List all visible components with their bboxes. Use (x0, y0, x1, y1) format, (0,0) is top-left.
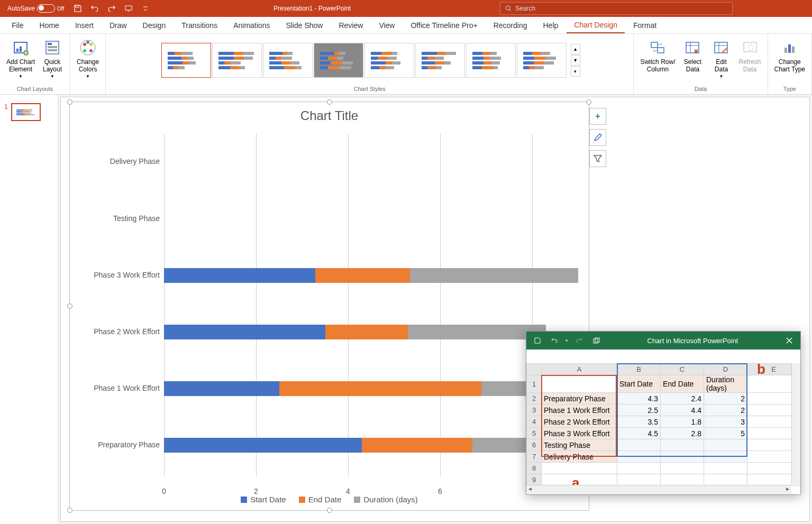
chart-style-6[interactable] (415, 43, 465, 78)
redo-icon[interactable] (105, 2, 118, 15)
chart-filters-button[interactable] (589, 150, 606, 167)
selection-handle[interactable] (327, 99, 332, 105)
excel-cell[interactable]: Phase 2 Work Effort (542, 416, 617, 428)
chart-style-1[interactable] (161, 43, 211, 78)
excel-cell[interactable]: 2.4 (661, 393, 704, 405)
tab-home[interactable]: Home (32, 17, 67, 33)
excel-cell[interactable] (661, 439, 704, 451)
excel-cell[interactable]: 2 (704, 405, 747, 416)
excel-data-window[interactable]: ▾ Chart in Microsoft PowerPoint ABCDE1St… (526, 331, 801, 495)
excel-undo-icon[interactable] (549, 335, 560, 346)
chart-style-2[interactable] (212, 43, 262, 78)
excel-hscroll[interactable]: ◄ ► (526, 485, 791, 494)
excel-redo-icon[interactable] (573, 335, 585, 346)
excel-cell[interactable] (704, 474, 747, 486)
tab-chart-design[interactable]: Chart Design (567, 17, 625, 33)
excel-vscroll[interactable] (791, 363, 800, 485)
chart-elements-button[interactable]: + (589, 108, 606, 125)
svg-rect-18 (658, 48, 664, 53)
plus-icon: + (595, 112, 600, 121)
chart-style-4[interactable] (314, 43, 363, 78)
save-icon[interactable] (71, 2, 84, 15)
svg-rect-1 (125, 6, 132, 10)
change-chart-type-button[interactable]: Change Chart Type (772, 36, 807, 75)
refresh-data-button[interactable]: Refresh Data (736, 36, 763, 75)
tab-recording[interactable]: Recording (486, 17, 535, 33)
excel-cell[interactable]: 4.5 (617, 428, 661, 439)
select-data-button[interactable]: Select Data (679, 36, 706, 75)
excel-cell[interactable] (704, 463, 747, 474)
excel-cell[interactable] (661, 474, 704, 486)
quick-layout-button[interactable]: Quick Layout ▼ (39, 36, 66, 81)
svg-rect-5 (20, 47, 22, 52)
excel-cell[interactable] (617, 463, 661, 474)
excel-cell[interactable] (542, 463, 617, 474)
styles-up-button[interactable]: ▲ (571, 44, 580, 54)
chart-style-5[interactable] (364, 43, 414, 78)
add-chart-element-button[interactable]: Add Chart Element ▼ (4, 36, 37, 81)
undo-icon[interactable] (88, 2, 101, 15)
excel-cell[interactable]: Phase 3 Work Effort (542, 428, 617, 439)
change-chart-type-icon (780, 38, 799, 57)
excel-cell[interactable]: Preparatory Phase (542, 393, 617, 405)
search-box[interactable]: Search (500, 2, 733, 15)
slide-canvas[interactable]: Chart Title Delivery PhaseTesting PhaseP… (60, 97, 810, 522)
excel-cell[interactable] (704, 451, 747, 463)
chart-bar (164, 381, 578, 396)
switch-row-column-button[interactable]: Switch Row/ Column (638, 36, 677, 75)
excel-cell[interactable]: Testing Phase (542, 439, 617, 451)
excel-cell[interactable]: 4.4 (661, 405, 704, 416)
excel-cell[interactable]: 1.8 (661, 416, 704, 428)
edit-data-button[interactable]: Edit Data ▼ (708, 36, 734, 81)
tab-file[interactable]: File (4, 17, 31, 33)
selection-handle[interactable] (586, 99, 591, 105)
excel-cell[interactable]: 3.5 (617, 416, 661, 428)
excel-cell[interactable] (661, 463, 704, 474)
chart-style-3[interactable] (263, 43, 313, 78)
tab-design[interactable]: Design (135, 17, 174, 33)
selection-handle[interactable] (67, 304, 72, 309)
excel-close-button[interactable] (783, 335, 795, 346)
tab-help[interactable]: Help (535, 17, 565, 33)
tab-draw[interactable]: Draw (102, 17, 134, 33)
excel-cell[interactable]: 4.3 (617, 393, 661, 405)
tab-animations[interactable]: Animations (226, 17, 277, 33)
excel-cell[interactable]: 2 (704, 393, 747, 405)
slideshow-icon[interactable] (122, 2, 135, 15)
excel-cell[interactable]: 2.8 (661, 428, 704, 439)
chart-object[interactable]: Chart Title Delivery PhaseTesting PhaseP… (69, 102, 589, 511)
change-colors-button[interactable]: Change Colors ▼ (75, 36, 101, 81)
tab-review[interactable]: Review (331, 17, 370, 33)
tab-view[interactable]: View (371, 17, 402, 33)
chart-style-8[interactable] (517, 43, 567, 78)
autosave-toggle[interactable]: AutoSave Off (4, 3, 67, 14)
tab-format[interactable]: Format (626, 17, 664, 33)
tab-slide-show[interactable]: Slide Show (278, 17, 330, 33)
excel-cell[interactable]: Delivery Phase (542, 451, 617, 463)
excel-cell[interactable] (661, 451, 704, 463)
chart-title[interactable]: Chart Title (70, 102, 589, 130)
chart-styles-button[interactable] (589, 129, 606, 146)
qat-more-icon[interactable] (139, 2, 152, 15)
styles-more-button[interactable]: ▾ (571, 66, 580, 77)
excel-cell[interactable]: 5 (704, 428, 747, 439)
excel-cell[interactable] (704, 439, 747, 451)
slide-thumbnail-1[interactable] (11, 103, 41, 121)
excel-cell[interactable] (617, 451, 661, 463)
tab-insert[interactable]: Insert (68, 17, 101, 33)
selection-handle[interactable] (327, 508, 332, 513)
excel-cell[interactable]: Phase 1 Work Effort (542, 405, 617, 416)
excel-grid[interactable]: ABCDE1Start DateEnd DateDuration (days)2… (526, 363, 800, 494)
excel-save-icon[interactable] (532, 335, 543, 346)
chart-style-7[interactable] (466, 43, 516, 78)
excel-cell[interactable] (617, 439, 661, 451)
excel-cell[interactable]: 2.5 (617, 405, 661, 416)
styles-down-button[interactable]: ▼ (571, 55, 580, 66)
excel-cell[interactable]: 3 (704, 416, 747, 428)
selection-handle[interactable] (67, 508, 72, 513)
excel-popout-icon[interactable] (590, 335, 602, 346)
tab-office-timeline-pro-[interactable]: Office Timeline Pro+ (403, 17, 485, 33)
selection-handle[interactable] (67, 99, 72, 105)
excel-cell[interactable] (617, 474, 661, 486)
tab-transitions[interactable]: Transitions (174, 17, 225, 33)
